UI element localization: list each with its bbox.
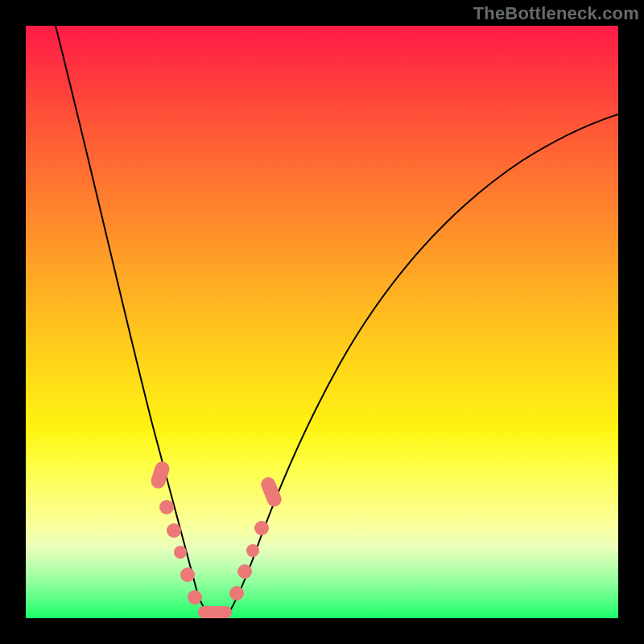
marker-right-3 xyxy=(246,544,259,557)
curve-right-branch xyxy=(225,114,618,618)
plot-area xyxy=(26,26,618,618)
curve-left-branch xyxy=(56,26,212,618)
marker-left-4 xyxy=(180,568,195,582)
marker-pill-bottom xyxy=(198,606,232,618)
marker-right-4 xyxy=(254,521,269,535)
watermark-text: TheBottleneck.com xyxy=(473,3,639,24)
curve-layer xyxy=(26,26,618,618)
marker-left-5 xyxy=(188,590,202,605)
marker-right-1 xyxy=(229,586,244,601)
marker-right-2 xyxy=(237,564,252,579)
marker-left-1 xyxy=(159,500,174,514)
marker-left-2 xyxy=(167,523,181,538)
marker-pill-right-top xyxy=(259,475,284,509)
chart-frame: TheBottleneck.com xyxy=(0,0,644,644)
marker-left-3 xyxy=(174,546,187,559)
